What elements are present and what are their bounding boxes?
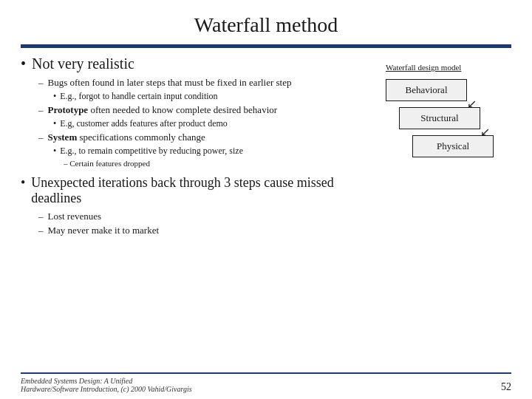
sub-sub-item-1: • E.g., forgot to handle certain input c… [53, 91, 371, 102]
slide-title: Waterfall method [21, 13, 511, 37]
sub-item-3: – System specifications commonly change [38, 132, 371, 143]
bullet-2-text: Unexpected iterations back through 3 ste… [31, 175, 371, 206]
sub-item-1-text: Bugs often found in later steps that mus… [48, 77, 292, 89]
sub-item-2-text: Prototype often needed to know complete … [48, 104, 278, 116]
bullet-dot-1: • [21, 55, 26, 72]
sub-sub-sub-item-1: – Certain features dropped [64, 159, 371, 168]
dash-2: – [38, 104, 44, 116]
sub-sub-item-2-text: E.g, customer adds features after produc… [60, 118, 228, 129]
bullet-sm-3: • [53, 146, 56, 157]
sub-sub-item-2: • E.g, customer adds features after prod… [53, 118, 371, 129]
bullet-2: • Unexpected iterations back through 3 s… [21, 175, 371, 206]
sub-item-3-text: System specifications commonly change [48, 132, 205, 143]
left-content: • Not very realistic – Bugs often found … [21, 55, 386, 239]
wf-box-structural-label: Structural [420, 112, 458, 124]
dash-5: – [38, 225, 44, 236]
footer-line1: Embedded Systems Design: A Unified [21, 377, 192, 385]
sub-sub-item-1-text: E.g., forgot to handle certain input con… [60, 91, 217, 102]
sub-item-2-bold: Prototype [48, 104, 89, 115]
waterfall-label: Waterfall design model [386, 63, 461, 72]
sub-item-5: – May never make it to market [38, 225, 371, 236]
content-area: • Not very realistic – Bugs often found … [21, 55, 511, 239]
bullet-sm-2: • [53, 118, 56, 129]
bullet-sm-1: • [53, 91, 56, 102]
dash-4: – [38, 211, 44, 222]
sub-sub-item-3: • E.g., to remain competitive by reducin… [53, 146, 371, 157]
page-number: 52 [501, 381, 511, 393]
wf-box-physical-label: Physical [437, 140, 469, 152]
sub-item-1: – Bugs often found in later steps that m… [38, 77, 371, 89]
sub-item-2: – Prototype often needed to know complet… [38, 104, 371, 116]
footer-left: Embedded Systems Design: A Unified Hardw… [21, 377, 192, 393]
bullet-1: • Not very realistic [21, 55, 371, 72]
bullet-dot-2: • [21, 175, 25, 191]
footer: Embedded Systems Design: A Unified Hardw… [21, 372, 511, 393]
sub-item-5-text: May never make it to market [48, 225, 160, 236]
wf-box-structural: Structural ↙ [399, 107, 480, 129]
waterfall-diagram: Waterfall design model Behavioral ↙ Stru… [386, 55, 511, 239]
dash-1: – [38, 77, 44, 89]
wf-box-physical: Physical [412, 135, 494, 157]
footer-line2: Hardware/Software Introduction, (c) 2000… [21, 385, 192, 393]
wf-box-behavioral: Behavioral ↙ [386, 79, 467, 101]
sub-item-4-text: Lost revenues [48, 211, 102, 222]
bullet-1-text: Not very realistic [32, 55, 134, 72]
sub-sub-item-3-text: E.g., to remain competitive by reducing … [60, 146, 243, 157]
sub-sub-sub-item-1-text: – Certain features dropped [64, 159, 150, 168]
sub-item-4: – Lost revenues [38, 211, 371, 222]
top-border [21, 44, 511, 48]
waterfall-boxes: Behavioral ↙ Structural ↙ Physical [386, 79, 494, 157]
dash-3: – [38, 132, 44, 143]
slide: Waterfall method • Not very realistic – … [0, 0, 532, 399]
wf-box-behavioral-label: Behavioral [405, 84, 447, 96]
sub-item-3-bold: System [48, 132, 78, 143]
